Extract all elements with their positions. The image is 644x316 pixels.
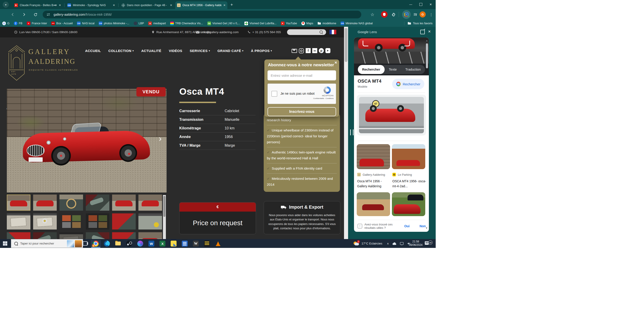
- gallery-aaldering-logo-icon[interactable]: [7, 44, 26, 82]
- tab-close-icon[interactable]: ✕: [113, 4, 115, 7]
- scroll-down-arrow[interactable]: ▼: [426, 227, 428, 229]
- thumbnail[interactable]: [7, 232, 30, 239]
- open-in-new-icon[interactable]: [420, 30, 425, 34]
- adblock-extension-icon[interactable]: [381, 11, 388, 18]
- lens-google-search-button[interactable]: Rechercher: [392, 79, 424, 89]
- match-source-1[interactable]: ⌂ Gallery Aaldering: [357, 173, 385, 176]
- feedback-yes-link[interactable]: Oui: [404, 224, 409, 228]
- next-photo-arrow[interactable]: ›: [159, 134, 162, 143]
- search-highlight-images[interactable]: [67, 240, 82, 247]
- crop-bracket-icon[interactable]: [404, 41, 410, 46]
- lens-top-match-card[interactable]: 67: [357, 95, 426, 136]
- browser-tab-forum[interactable]: Dans mon quotidien - Page 46 - ✕: [120, 1, 174, 9]
- bookmark-france-inter[interactable]: fiFrance Inter: [27, 22, 47, 25]
- new-tab-button[interactable]: +: [229, 2, 235, 8]
- newsletter-envelope-icon[interactable]: [292, 48, 297, 54]
- window-maximize-button[interactable]: [416, 0, 426, 9]
- task-view-icon[interactable]: [83, 241, 87, 246]
- tab-search-icon[interactable]: ▾: [3, 2, 9, 8]
- tab-close-icon[interactable]: ✕: [223, 4, 226, 7]
- thumbnail[interactable]: [86, 195, 110, 211]
- thumbnail[interactable]: [138, 213, 162, 229]
- logo-text-line2[interactable]: AALDERING: [28, 58, 76, 66]
- page-scrollbar[interactable]: [344, 27, 348, 239]
- thumbnail[interactable]: [112, 213, 136, 229]
- match-source-2[interactable]: Le Parking: [392, 173, 412, 176]
- recaptcha-checkbox[interactable]: [272, 91, 277, 97]
- nav-item-collection[interactable]: COLLECTION▾: [108, 49, 134, 53]
- lens-tab-rechercher[interactable]: Rechercher: [358, 65, 385, 74]
- tab-audio-icon[interactable]: [54, 4, 57, 7]
- taskbar-word-icon[interactable]: W: [146, 240, 156, 247]
- email-link[interactable]: info@gallery-aaldering.com: [196, 27, 239, 38]
- pinterest-icon[interactable]: p: [319, 48, 324, 53]
- taskbar-edge-icon[interactable]: [102, 240, 112, 247]
- bookmark-mediapart[interactable]: Mmediapart: [148, 22, 166, 25]
- lens-match-image-1[interactable]: [357, 144, 390, 169]
- taskbar-notes-icon[interactable]: [168, 240, 178, 247]
- youtube-icon[interactable]: [326, 48, 330, 53]
- site-settings-icon[interactable]: [46, 13, 50, 17]
- thumbnail[interactable]: [60, 213, 83, 229]
- bookmark-vismed-lubrifiant[interactable]: Vismed Gel Lubrifia...: [244, 22, 276, 25]
- nav-item-services[interactable]: SERVICES▾: [190, 49, 210, 53]
- newsletter-email-input[interactable]: [268, 70, 336, 80]
- onedrive-cloud-icon[interactable]: [392, 242, 397, 245]
- crop-bracket-icon[interactable]: [362, 41, 368, 46]
- window-close-button[interactable]: ✕: [426, 0, 436, 9]
- address-bar[interactable]: gallery-aaldering.com/fr/osca-mt4-1956/: [43, 11, 361, 18]
- lens-match-image-4[interactable]: [392, 192, 425, 216]
- taskbar-excel-icon[interactable]: X: [158, 240, 168, 247]
- browser-tab-synology[interactable]: DSM Minimoke - Synology NAS ✕: [66, 1, 117, 9]
- taskbar-wikipedia-icon[interactable]: W: [191, 240, 201, 247]
- facebook-icon[interactable]: f: [306, 48, 311, 53]
- bookmark-box[interactable]: SFRBox - Accueil: [51, 22, 72, 25]
- car-main-photo[interactable]: [7, 89, 166, 192]
- taskbar-chrome-icon[interactable]: G: [91, 240, 101, 247]
- scroll-up-arrow[interactable]: ▲: [426, 39, 428, 42]
- tab-close-icon[interactable]: ✕: [170, 4, 172, 7]
- bookmark-vismed-gel[interactable]: PMVismed Gel | 60 x 0,...: [208, 22, 240, 25]
- taskbar-document-icon[interactable]: [180, 240, 190, 247]
- notification-center[interactable]: 16: [425, 241, 432, 246]
- hidden-icons-chevron[interactable]: ∧: [387, 242, 389, 245]
- taskbar-media-icon[interactable]: [202, 240, 212, 247]
- nav-item-videos[interactable]: VIDÉOS: [169, 49, 182, 53]
- linkedin-icon[interactable]: in: [312, 48, 317, 53]
- chrome-menu-icon[interactable]: ⋮: [428, 11, 435, 18]
- taskbar-file-explorer-icon[interactable]: [113, 240, 123, 247]
- lens-top-match-image[interactable]: 67: [359, 97, 424, 133]
- all-favorites-button[interactable]: Tous les favoris: [404, 20, 432, 27]
- forward-icon[interactable]: [20, 11, 28, 18]
- tab-close-icon[interactable]: ✕: [59, 4, 61, 7]
- nav-item-accueil[interactable]: ACCUEIL: [85, 49, 101, 53]
- scrollbar-thumb[interactable]: [345, 28, 348, 62]
- taskbar-steam-icon[interactable]: [124, 240, 134, 247]
- taskbar-purple-app-icon[interactable]: [135, 240, 145, 247]
- lens-tab-traduction[interactable]: Traduction: [401, 65, 425, 74]
- bookmark-minimoke-nas[interactable]: DSMMinimoke NAS global: [340, 22, 373, 25]
- profile-avatar[interactable]: G: [420, 11, 426, 18]
- bookmark-folder-modelisme[interactable]: modélisme: [318, 22, 336, 25]
- bookmark-star-icon[interactable]: ☆: [369, 11, 376, 18]
- nav-item-actualite[interactable]: ACTUALITÉ: [141, 49, 161, 53]
- recaptcha-links[interactable]: Confidentialité - Conditions: [313, 97, 334, 99]
- back-icon[interactable]: [9, 11, 16, 18]
- thumbnail[interactable]: [60, 195, 83, 211]
- thumbnail[interactable]: [138, 195, 162, 211]
- browser-tab-youtube[interactable]: Claude François - Belles Bel ✕: [12, 1, 63, 9]
- thumbnail[interactable]: [33, 195, 57, 211]
- taskbar-vlc-icon[interactable]: [213, 240, 223, 247]
- google-lens-toolbar-icon[interactable]: [402, 10, 411, 19]
- thumbnail[interactable]: [7, 213, 30, 229]
- start-button[interactable]: [3, 241, 7, 246]
- lens-match-image-3[interactable]: [357, 192, 390, 216]
- bookmark-facebook[interactable]: fFB: [14, 22, 22, 25]
- taskbar-clock[interactable]: 21:58 06/06/2024: [408, 240, 424, 247]
- bookmark-trb[interactable]: TRB Chemedica Vis...: [170, 22, 203, 25]
- thumbnail[interactable]: [112, 195, 136, 211]
- taskbar-search[interactable]: Taper ici pour rechercher: [11, 239, 83, 248]
- logo-text-line1[interactable]: GALLERY: [28, 48, 70, 56]
- reload-icon[interactable]: [32, 11, 39, 18]
- thumbnail-scrollbar[interactable]: [163, 195, 166, 239]
